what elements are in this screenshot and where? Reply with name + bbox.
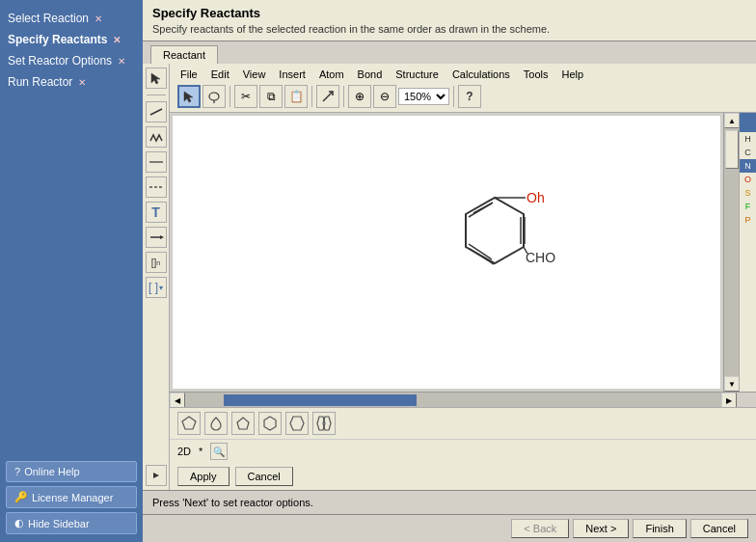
menu-insert[interactable]: Insert	[276, 68, 309, 81]
menu-calculations[interactable]: Calculations	[449, 68, 513, 81]
menu-structure[interactable]: Structure	[392, 68, 442, 81]
h-scroll-track[interactable]	[185, 393, 721, 407]
dimension-label: 2D	[177, 446, 191, 457]
element-H-button[interactable]: H	[740, 132, 756, 146]
line-button[interactable]	[146, 151, 167, 173]
license-manager-button[interactable]: 🔑 License Manager	[6, 486, 137, 508]
element-sidebar: H C N O S F P	[739, 113, 756, 392]
header-description: Specify reactants of the selected reacti…	[152, 23, 746, 35]
copy-btn[interactable]: ⧉	[259, 85, 283, 108]
sidebar-item-run-reactor[interactable]: Run Reactor ✕	[6, 71, 137, 93]
sidebar-item-label: Select Reaction	[8, 12, 89, 25]
menu-tools[interactable]: Tools	[521, 68, 552, 81]
zoom-select[interactable]: 150% 50% 75% 100% 200% 300%	[398, 88, 449, 105]
vertical-scrollbar[interactable]: ▲ ▼	[723, 113, 739, 392]
menu-file[interactable]: File	[177, 68, 201, 81]
header-title: Specify Reactants	[152, 6, 746, 20]
header-box: Specify Reactants Specify reactants of t…	[143, 0, 756, 41]
bracket-button[interactable]: []n	[146, 252, 167, 273]
help-icon: ?	[14, 466, 20, 477]
select-tool-btn[interactable]	[177, 85, 201, 108]
scroll-up-button[interactable]: ▲	[724, 113, 740, 128]
bottom-status: Press 'Next' to set reactor options.	[143, 490, 756, 514]
double-ring-btn[interactable]	[312, 412, 336, 435]
next-button[interactable]: Next >	[573, 519, 629, 538]
element-S-button[interactable]: S	[740, 186, 756, 200]
scroll-down-button[interactable]: ▼	[724, 376, 740, 392]
sidebar-item-label: Set Reactor Options	[8, 54, 112, 68]
zoom-out-btn[interactable]: ⊖	[373, 85, 396, 108]
dash-button[interactable]	[146, 176, 167, 198]
back-button[interactable]: < Back	[511, 519, 569, 538]
svg-text:Oh: Oh	[526, 190, 545, 205]
element-C-button[interactable]: C	[740, 146, 756, 159]
sidebar-item-select-reaction[interactable]: Select Reaction ✕	[6, 8, 137, 29]
svg-marker-24	[264, 417, 276, 430]
cut-btn[interactable]: ✂	[234, 85, 257, 108]
cancel-button[interactable]: Cancel	[235, 467, 293, 486]
close-icon[interactable]: ✕	[94, 14, 102, 24]
element-N-button[interactable]: N	[740, 159, 756, 173]
editor-bottom: 2D * 🔍 Apply Cancel	[170, 407, 756, 490]
hexagon2-shape-btn[interactable]	[285, 412, 309, 435]
scroll-track[interactable]	[724, 128, 739, 376]
content-area: Specify Reactants Specify reactants of t…	[143, 0, 756, 542]
menu-view[interactable]: View	[240, 68, 269, 81]
sidebar-item-label: Run Reactor	[8, 75, 72, 89]
menu-atom[interactable]: Atom	[316, 68, 347, 81]
pentagon-shape-btn[interactable]	[177, 412, 201, 435]
clean-btn[interactable]	[316, 85, 339, 108]
menu-help[interactable]: Help	[559, 68, 587, 81]
hide-sidebar-button[interactable]: ◐ Hide Sidebar	[6, 512, 137, 534]
menu-edit[interactable]: Edit	[208, 68, 232, 81]
square-bracket-button[interactable]: [ ]▾	[146, 277, 167, 298]
close-icon[interactable]: ✕	[113, 35, 121, 45]
status-message: Press 'Next' to set reactor options.	[152, 497, 313, 508]
svg-point-8	[209, 93, 219, 100]
sidebar-icon: ◐	[14, 517, 24, 529]
drop-shape-btn[interactable]	[204, 412, 228, 435]
close-icon[interactable]: ✕	[118, 56, 125, 67]
svg-marker-6	[160, 235, 164, 239]
toolbar-separator-2	[311, 86, 312, 107]
text-button[interactable]: T	[146, 202, 167, 223]
arrow-button[interactable]	[146, 227, 167, 248]
horizontal-scrollbar[interactable]: ◀ ▶	[170, 392, 756, 407]
scroll-right-button[interactable]: ▶	[721, 393, 737, 407]
element-P-button[interactable]: P	[740, 213, 756, 227]
arrow-right-button[interactable]	[146, 465, 167, 486]
element-O-button[interactable]: O	[740, 173, 756, 186]
menu-bond[interactable]: Bond	[355, 68, 386, 81]
asterisk-label: *	[199, 446, 202, 457]
sidebar-item-specify-reactants[interactable]: Specify Reactants ✕	[6, 29, 137, 50]
h-scroll-thumb[interactable]	[224, 394, 417, 406]
scroll-left-button[interactable]: ◀	[170, 393, 185, 407]
svg-marker-27	[323, 417, 331, 430]
svg-marker-22	[182, 417, 196, 429]
sidebar-item-label: Specify Reactants	[8, 33, 107, 46]
element-F-button[interactable]: F	[740, 200, 756, 213]
sidebar: Select Reaction ✕ Specify Reactants ✕ Se…	[0, 0, 143, 542]
cancel-nav-button[interactable]: Cancel	[690, 519, 748, 538]
search-btn[interactable]: 🔍	[210, 443, 228, 460]
tab-reactant[interactable]: Reactant	[150, 45, 218, 64]
sidebar-item-set-reactor-options[interactable]: Set Reactor Options ✕	[6, 50, 137, 71]
molecule-display: Oh CHO	[389, 156, 581, 349]
lasso-tool-btn[interactable]	[202, 85, 226, 108]
chain-button[interactable]	[146, 126, 167, 148]
drawing-canvas[interactable]: Oh CHO	[172, 115, 721, 390]
draw-bond-button[interactable]	[146, 101, 167, 122]
close-icon[interactable]: ✕	[78, 77, 86, 88]
select-tool-button[interactable]	[146, 68, 167, 89]
apply-button[interactable]: Apply	[177, 467, 230, 486]
pentagon2-shape-btn[interactable]	[231, 412, 255, 435]
help-btn[interactable]: ?	[458, 85, 481, 108]
paste-btn[interactable]: 📋	[284, 85, 308, 108]
svg-marker-10	[466, 198, 524, 263]
canvas-col: Oh CHO ▲	[170, 113, 756, 407]
zoom-in-btn[interactable]: ⊕	[348, 85, 371, 108]
hexagon-shape-btn[interactable]	[258, 412, 282, 435]
finish-button[interactable]: Finish	[633, 519, 686, 538]
online-help-button[interactable]: ? Online Help	[6, 461, 137, 482]
scroll-thumb[interactable]	[725, 130, 739, 169]
